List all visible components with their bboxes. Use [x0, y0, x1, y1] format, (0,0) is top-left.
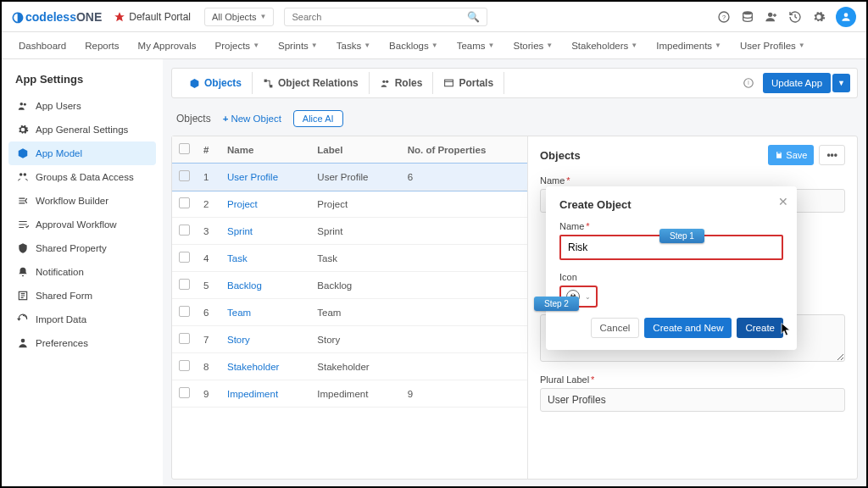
row-checkbox[interactable] — [179, 225, 190, 236]
avatar[interactable] — [836, 7, 856, 27]
alice-ai-button[interactable]: Alice AI — [293, 110, 343, 127]
tab-portals[interactable]: Portals — [433, 72, 504, 94]
nav-item-stakeholders[interactable]: Stakeholders▼ — [565, 36, 644, 56]
nav-item-tasks[interactable]: Tasks▼ — [330, 36, 377, 56]
close-icon[interactable]: ✕ — [778, 195, 788, 208]
object-name-link[interactable]: Backlog — [227, 280, 262, 291]
sidebar-item-notification[interactable]: Notification — [8, 260, 156, 284]
row-checkbox[interactable] — [179, 170, 190, 181]
object-name-link[interactable]: Task — [227, 253, 248, 263]
svg-text:i: i — [748, 80, 748, 86]
chevron-down-icon: ⌄ — [585, 293, 591, 301]
nav-item-teams[interactable]: Teams▼ — [450, 36, 502, 56]
detail-plural-input[interactable] — [540, 388, 845, 412]
row-checkbox[interactable] — [179, 333, 190, 344]
main-nav: DashboardReportsMy ApprovalsProjects▼Spr… — [2, 32, 866, 59]
sidebar-item-app-users[interactable]: App Users — [8, 94, 156, 118]
nav-item-reports[interactable]: Reports — [78, 36, 125, 56]
row-checkbox[interactable] — [179, 387, 190, 398]
detail-title: Objects — [540, 149, 581, 162]
update-app-button[interactable]: Update App — [763, 73, 831, 93]
save-button[interactable]: Save — [768, 145, 814, 165]
sidebar-item-shared-property[interactable]: Shared Property — [8, 236, 156, 260]
nav-item-dashboard[interactable]: Dashboard — [12, 36, 73, 56]
svg-point-14 — [386, 80, 388, 82]
object-name-link[interactable]: Impediment — [227, 389, 278, 399]
create-button[interactable]: Create — [737, 318, 783, 338]
new-object-button[interactable]: +New Object — [223, 114, 281, 124]
logo: ◑codelessONE — [12, 8, 102, 25]
svg-point-4 — [844, 13, 849, 17]
object-name-link[interactable]: Sprint — [227, 226, 253, 236]
sidebar-item-preferences[interactable]: Preferences — [8, 331, 156, 355]
sidebar-item-workflow-builder[interactable]: Workflow Builder — [8, 189, 156, 213]
tab-objects[interactable]: Objects — [179, 72, 253, 94]
row-checkbox[interactable] — [179, 279, 190, 290]
sidebar-item-shared-form[interactable]: Shared Form — [8, 284, 156, 308]
gear-icon[interactable] — [812, 10, 826, 24]
svg-rect-18 — [778, 152, 781, 153]
table-row[interactable]: 7StoryStory — [172, 326, 527, 353]
table-row[interactable]: 1User ProfileUser Profile6 — [172, 164, 527, 191]
row-checkbox[interactable] — [179, 306, 190, 317]
object-name-link[interactable]: Story — [227, 335, 250, 345]
object-name-link[interactable]: Stakeholder — [227, 362, 279, 372]
svg-rect-15 — [445, 80, 453, 86]
object-name-link[interactable]: Team — [227, 308, 251, 318]
more-button[interactable]: ••• — [819, 145, 845, 165]
cancel-button[interactable]: Cancel — [591, 318, 640, 338]
svg-point-7 — [19, 173, 23, 176]
model-tabs: Objects Object Relations Roles Portals i… — [171, 68, 858, 98]
update-app-dropdown[interactable]: ▼ — [832, 74, 850, 92]
search-box[interactable]: 🔍 — [284, 8, 487, 26]
table-row[interactable]: 6TeamTeam — [172, 299, 527, 326]
info-icon[interactable]: i — [743, 77, 754, 89]
sidebar-title: App Settings — [8, 69, 156, 94]
row-checkbox[interactable] — [179, 360, 190, 371]
nav-item-user-profiles[interactable]: User Profiles▼ — [733, 36, 812, 56]
modal-title: Create Object — [559, 198, 783, 211]
sidebar-item-app-general-settings[interactable]: App General Settings — [8, 118, 156, 141]
sidebar-item-groups-data-access[interactable]: Groups & Data Access — [8, 165, 156, 189]
nav-item-my-approvals[interactable]: My Approvals — [131, 36, 203, 56]
tab-roles[interactable]: Roles — [370, 72, 434, 94]
database-icon[interactable] — [741, 10, 754, 24]
history-icon[interactable] — [788, 10, 802, 24]
sidebar: App Settings App UsersApp General Settin… — [2, 59, 163, 486]
save-icon — [775, 151, 783, 159]
portal-selector[interactable]: Default Portal — [114, 11, 191, 23]
sidebar-item-app-model[interactable]: App Model — [8, 141, 156, 165]
nav-item-backlogs[interactable]: Backlogs▼ — [382, 36, 445, 56]
table-row[interactable]: 3SprintSprint — [172, 218, 527, 245]
svg-point-2 — [743, 11, 753, 14]
table-row[interactable]: 2ProjectProject — [172, 191, 527, 218]
row-checkbox[interactable] — [179, 197, 190, 208]
roles-icon — [380, 78, 391, 89]
svg-point-13 — [382, 80, 385, 82]
nav-item-impediments[interactable]: Impediments▼ — [649, 36, 728, 56]
object-name-link[interactable]: Project — [227, 199, 258, 209]
tab-object-relations[interactable]: Object Relations — [253, 72, 370, 94]
nav-item-stories[interactable]: Stories▼ — [506, 36, 559, 56]
detail-plural-label: Plural Label* — [540, 374, 845, 385]
object-filter[interactable]: All Objects▼ — [204, 8, 275, 26]
detail-name-label: Name* — [540, 175, 845, 186]
portal-icon — [443, 78, 454, 89]
sidebar-item-import-data[interactable]: Import Data — [8, 308, 156, 331]
table-row[interactable]: 8StakeholderStakeholder — [172, 353, 527, 380]
objects-table: # Name Label No. of Properties 1User Pro… — [172, 136, 527, 408]
nav-item-projects[interactable]: Projects▼ — [209, 36, 266, 56]
row-checkbox[interactable] — [179, 252, 190, 263]
user-add-icon[interactable] — [765, 10, 778, 24]
search-input[interactable] — [292, 12, 467, 22]
table-row[interactable]: 9ImpedimentImpediment9 — [172, 380, 527, 408]
table-row[interactable]: 4TaskTask — [172, 245, 527, 272]
sidebar-item-approval-workflow[interactable]: Approval Workflow — [8, 213, 156, 236]
create-and-new-button[interactable]: Create and New — [644, 318, 732, 338]
nav-item-sprints[interactable]: Sprints▼ — [271, 36, 325, 56]
table-row[interactable]: 5BacklogBacklog — [172, 272, 527, 299]
help-icon[interactable]: ? — [717, 10, 731, 24]
svg-point-5 — [20, 103, 24, 106]
select-all-checkbox[interactable] — [179, 143, 190, 154]
object-name-link[interactable]: User Profile — [227, 172, 278, 182]
